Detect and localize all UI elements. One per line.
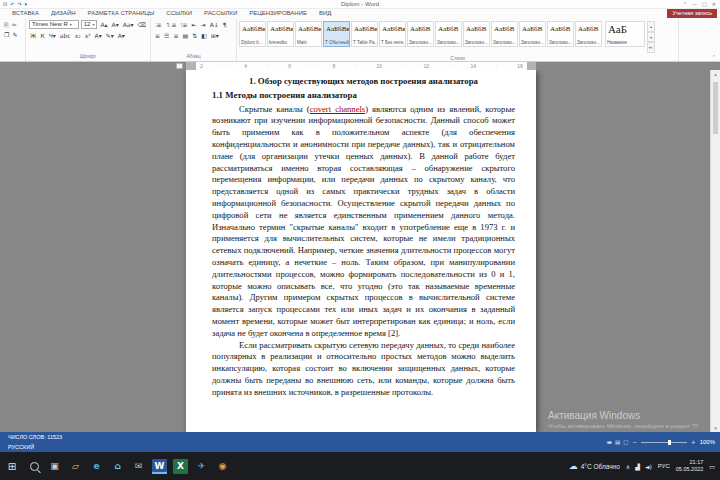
font-size-combobox[interactable]: 12 ▾ (81, 20, 98, 29)
highlight-button[interactable]: ✎▾ (105, 31, 115, 40)
style-gallery-more-button[interactable]: ▾≡ (647, 42, 655, 53)
style-tile[interactable]: АаБбВ Заголово... (547, 21, 574, 47)
edge-icon[interactable]: e (89, 459, 104, 474)
tray-expand-button[interactable]: ∧ (626, 463, 630, 470)
qat-customize-button[interactable]: ▾ (25, 0, 28, 8)
scroll-up-icon[interactable]: ▴ (711, 70, 720, 78)
show-marks-button[interactable]: ¶ (222, 20, 228, 29)
justify-button[interactable]: ▤ (181, 31, 189, 40)
style-tile[interactable]: АаБбВв Main (295, 21, 322, 47)
style-tile-title[interactable]: АаБ Название (605, 21, 645, 47)
numbering-button[interactable]: ⒈≡ (165, 20, 178, 29)
restore-button[interactable]: ▢ (702, 1, 707, 7)
telegram-icon[interactable]: ✈ (194, 459, 209, 474)
shrink-font-button[interactable]: А▾ (111, 20, 120, 29)
store-icon[interactable]: ⌂ (110, 459, 125, 474)
increase-indent-button[interactable]: ⇥ (200, 20, 207, 29)
search-button[interactable] (24, 462, 44, 471)
scroll-down-icon[interactable]: ▾ (711, 424, 720, 432)
style-tile[interactable]: АаБбВвГ, Т Table Pa... (351, 21, 378, 47)
shading-button[interactable]: ◧ (200, 31, 208, 40)
word-icon[interactable]: W (152, 459, 167, 474)
bold-button[interactable]: Ж (29, 31, 37, 40)
ribbon-tab[interactable]: ВИД (313, 8, 337, 19)
start-button[interactable]: ⊞ (0, 461, 24, 472)
superscript-button[interactable]: х² (84, 31, 92, 40)
scrollbar-thumb[interactable] (713, 82, 718, 134)
align-left-button[interactable]: ≡ (154, 31, 161, 40)
style-tile[interactable]: АаБбВ Заголово... (491, 21, 518, 47)
line-spacing-button[interactable]: ⇅ (191, 31, 198, 40)
collapse-ribbon-button[interactable]: ⌃ (712, 54, 716, 60)
ribbon-tab[interactable]: РАЗМЕТКА СТРАНИЦЫ (82, 8, 161, 19)
copy-icon[interactable]: ❐ (3, 30, 10, 39)
style-tile[interactable]: АаБбВв krevedko (267, 21, 294, 47)
align-right-button[interactable]: ≡ (172, 31, 179, 40)
zoom-slider-thumb[interactable] (668, 440, 671, 445)
italic-button[interactable]: К (39, 31, 45, 40)
style-tile[interactable]: АаБбВ Заголово... (575, 21, 602, 47)
ribbon-tab[interactable]: ССЫЛКИ (160, 8, 198, 19)
browser-icon[interactable]: ◉ (215, 459, 230, 474)
subscript-button[interactable]: х₂ (74, 31, 82, 40)
redo-button[interactable]: ↷ (17, 0, 21, 8)
style-gallery-up-button[interactable]: ▴ (647, 21, 655, 32)
style-tile[interactable]: АаБбВвГ Diplom b... (239, 21, 266, 47)
style-tile[interactable]: АаБбВ Заголово... (519, 21, 546, 47)
task-view-button[interactable]: ▣ (47, 459, 62, 474)
style-tile[interactable]: АаБбВ Заголово... (435, 21, 462, 47)
minimize-button[interactable]: — (692, 1, 697, 7)
change-case-button[interactable]: Аа▾ (122, 20, 135, 29)
weather-widget[interactable]: ☁ 4°C Облачно (569, 461, 620, 471)
vertical-scrollbar[interactable]: ▴ ▾ (710, 70, 720, 432)
cut-icon[interactable]: ✂ (11, 20, 18, 29)
excel-icon[interactable]: X (173, 459, 188, 474)
tab-stop-selector[interactable] (176, 63, 183, 69)
style-tile[interactable]: АаБбВ Заголово... (407, 21, 434, 47)
multilevel-list-button[interactable]: ⁝≡ (180, 20, 189, 29)
volume-icon[interactable]: ◄) (645, 463, 652, 470)
bullets-button[interactable]: ∶≡ (154, 20, 163, 29)
action-center-button[interactable]: ▭ (709, 463, 715, 470)
strikethrough-button[interactable]: abc (59, 31, 72, 40)
zoom-level[interactable]: 100% (700, 439, 715, 445)
document-page[interactable]: 1. Обзор существующих методов построения… (186, 70, 536, 432)
close-button[interactable]: ✕ (712, 1, 716, 7)
zoom-out-button[interactable]: − (632, 438, 637, 446)
style-tile[interactable]: АаБбВ Заголово... (463, 21, 490, 47)
ribbon-tab[interactable]: РАССЫЛКИ (198, 8, 243, 19)
style-tile[interactable]: АаБбВвГ, Т Обычный (323, 21, 350, 47)
clear-formatting-button[interactable]: ⌫ (137, 20, 147, 29)
ribbon-tab[interactable]: ДИЗАЙН (45, 8, 82, 19)
print-layout-button[interactable]: ▤ (615, 438, 620, 446)
paste-icon[interactable]: ⎘ (3, 20, 10, 29)
file-explorer-icon[interactable]: ▱ (68, 459, 83, 474)
network-icon[interactable]: ▟ (635, 463, 640, 470)
align-center-button[interactable]: ☰ (163, 31, 170, 40)
zoom-slider[interactable] (641, 442, 687, 443)
web-layout-button[interactable]: ▢ (623, 438, 628, 446)
style-gallery-down-button[interactable]: ▾ (647, 32, 655, 43)
ribbon-display-options-button[interactable]: ⌃ (683, 1, 687, 7)
grow-font-button[interactable]: А▴ (99, 20, 108, 29)
sort-button[interactable]: А↓ (209, 20, 220, 29)
font-name-combobox[interactable]: Times New R ▾ (29, 20, 79, 29)
mail-icon[interactable]: ✉ (131, 459, 146, 474)
zoom-in-button[interactable]: + (691, 438, 696, 446)
ribbon-tab[interactable]: ВСТАВКА (6, 8, 45, 19)
account-button[interactable]: Учетная запись (667, 9, 717, 18)
language-switcher[interactable]: РУС (658, 463, 670, 469)
ribbon-tab[interactable]: РЕЦЕНЗИРОВАНИЕ (243, 8, 313, 19)
decrease-indent-button[interactable]: ⇤ (191, 20, 198, 29)
text-effects-button[interactable]: А▾ (94, 31, 103, 40)
taskbar-clock[interactable]: 21:17 05.05.2022 (676, 459, 704, 473)
save-button[interactable]: ⊡ (3, 0, 7, 8)
underline-button[interactable]: Ч▾ (48, 31, 57, 40)
read-mode-button[interactable]: ▬ (607, 438, 612, 446)
undo-button[interactable]: ↶ (10, 0, 14, 8)
covert-channels-link[interactable]: covert channels (310, 104, 366, 114)
font-color-button[interactable]: А▾ (117, 31, 126, 40)
borders-button[interactable]: ⊞▾ (210, 31, 220, 40)
format-painter-icon[interactable]: ✎ (11, 30, 18, 39)
style-tile[interactable]: АаБбВвГ, Т Без инте... (379, 21, 406, 47)
